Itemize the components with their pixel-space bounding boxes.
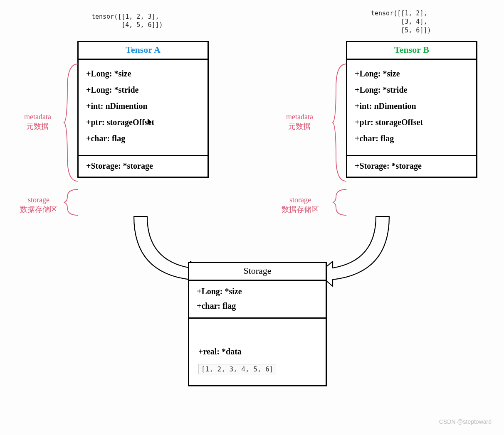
brace-store-b-icon bbox=[332, 188, 348, 217]
tensor-a-code: tensor([[1, 2, 3], [4, 5, 6]]) bbox=[91, 12, 163, 29]
watermark: CSDN @steptoward bbox=[439, 418, 492, 425]
storage-title: Storage bbox=[189, 263, 326, 281]
tensor-b-attr-stride: +Long: *stride bbox=[355, 85, 469, 95]
brace-store-a-icon bbox=[63, 188, 80, 217]
storage-attr-data: +real: *data bbox=[198, 347, 316, 356]
store-en-b: storage bbox=[289, 196, 311, 204]
meta-en-b: metadata bbox=[286, 113, 313, 121]
storage-attr-size: +Long: *size bbox=[197, 287, 318, 296]
brace-meta-b-icon bbox=[332, 62, 348, 183]
tensor-b-title: Tensor B bbox=[347, 42, 476, 60]
store-label-a: storage 数据存储区 bbox=[20, 195, 57, 215]
tensor-a-attr-flag: +char: flag bbox=[86, 134, 200, 143]
meta-zh-b: 元数据 bbox=[288, 122, 311, 130]
tensor-b-body: +Long: *size +Long: *stride +int: nDimen… bbox=[347, 60, 476, 156]
tensor-a-foot: +Storage: *storage bbox=[79, 156, 208, 177]
tensor-b-attr-flag: +char: flag bbox=[355, 134, 469, 143]
tensor-a-attr-ndim: +int: nDimention bbox=[86, 101, 200, 111]
storage-body: +real: *data [1, 2, 3, 4, 5, 6] bbox=[189, 319, 326, 385]
store-label-b: storage 数据存储区 bbox=[282, 195, 319, 215]
tensor-a-attr-size: +Long: *size bbox=[86, 69, 200, 79]
storage-attr-flag: +char: flag bbox=[197, 301, 318, 311]
tensor-a-title: Tensor A bbox=[79, 42, 208, 60]
meta-label-b: metadata 元数据 bbox=[286, 112, 313, 132]
meta-label-a: metadata 元数据 bbox=[24, 112, 51, 132]
store-en: storage bbox=[28, 196, 49, 204]
tensor-a-attr-storage: +Storage: *storage bbox=[86, 161, 200, 171]
tensor-a-attr-stride: +Long: *stride bbox=[86, 85, 200, 95]
storage-mid: +Long: *size +char: flag bbox=[189, 281, 326, 319]
storage-box: Storage +Long: *size +char: flag +real: … bbox=[188, 262, 327, 386]
tensor-b-code: tensor([[1, 2], [3, 4], [5, 6]]) bbox=[371, 9, 431, 34]
tensor-a-box: Tensor A +Long: *size +Long: *stride +in… bbox=[77, 41, 209, 178]
tensor-b-box: Tensor B +Long: *size +Long: *stride +in… bbox=[346, 41, 477, 178]
tensor-b-attr-offset: +ptr: storageOffset bbox=[355, 118, 469, 127]
tensor-b-attr-ndim: +int: nDimention bbox=[355, 101, 469, 111]
arrow-b-icon bbox=[316, 215, 399, 294]
tensor-b-attr-storage: +Storage: *storage bbox=[355, 161, 469, 171]
brace-meta-a-icon bbox=[63, 62, 80, 183]
meta-zh: 元数据 bbox=[26, 122, 49, 130]
tensor-b-foot: +Storage: *storage bbox=[347, 156, 476, 177]
tensor-a-body: +Long: *size +Long: *stride +int: nDimen… bbox=[79, 60, 208, 156]
store-zh-b: 数据存储区 bbox=[282, 205, 319, 214]
tensor-b-attr-size: +Long: *size bbox=[355, 69, 469, 79]
cursor-icon bbox=[147, 118, 152, 125]
storage-data-array: [1, 2, 3, 4, 5, 6] bbox=[198, 364, 276, 374]
tensor-a-attr-offset: +ptr: storageOffset bbox=[86, 118, 200, 127]
store-zh: 数据存储区 bbox=[20, 205, 57, 214]
meta-en: metadata bbox=[24, 113, 51, 121]
